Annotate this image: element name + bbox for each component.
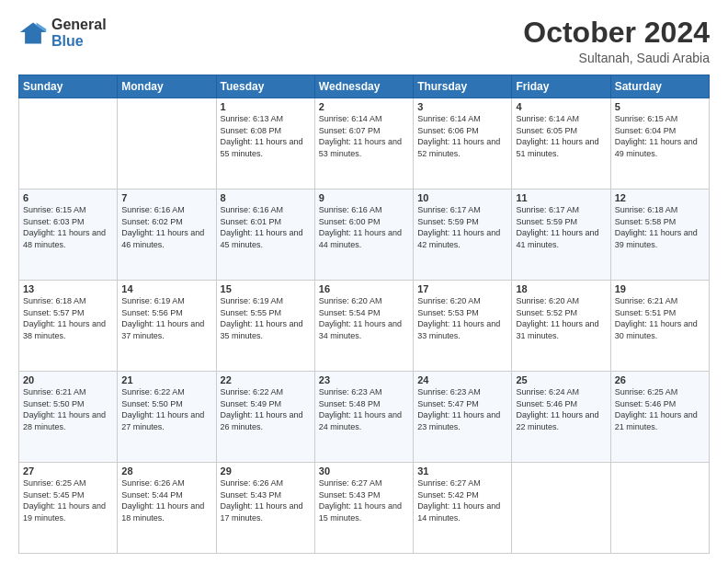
location: Sultanah, Saudi Arabia [523,51,710,65]
day-number: 5 [615,101,705,112]
day-number: 3 [417,101,507,112]
logo: General Blue [18,17,107,49]
day-detail: Sunrise: 6:16 AMSunset: 6:00 PMDaylight:… [319,204,409,250]
table-row: 5Sunrise: 6:15 AMSunset: 6:04 PMDaylight… [610,98,709,190]
day-number: 2 [319,101,409,112]
table-row: 10Sunrise: 6:17 AMSunset: 5:59 PMDayligh… [414,190,512,281]
table-row: 12Sunrise: 6:18 AMSunset: 5:58 PMDayligh… [610,190,709,281]
table-row: 9Sunrise: 6:16 AMSunset: 6:00 PMDaylight… [314,190,413,281]
day-number: 17 [417,283,507,294]
table-row: 3Sunrise: 6:14 AMSunset: 6:06 PMDaylight… [414,98,512,190]
table-row: 25Sunrise: 6:24 AMSunset: 5:46 PMDayligh… [512,372,610,463]
day-detail: Sunrise: 6:21 AMSunset: 5:51 PMDaylight:… [615,295,705,341]
calendar-week-row: 20Sunrise: 6:21 AMSunset: 5:50 PMDayligh… [19,372,710,463]
calendar-week-row: 27Sunrise: 6:25 AMSunset: 5:45 PMDayligh… [19,463,710,554]
day-number: 18 [516,283,606,294]
day-number: 15 [221,283,311,294]
table-row: 18Sunrise: 6:20 AMSunset: 5:52 PMDayligh… [512,281,610,372]
table-row: 30Sunrise: 6:27 AMSunset: 5:43 PMDayligh… [314,463,413,554]
day-detail: Sunrise: 6:25 AMSunset: 5:45 PMDaylight:… [23,477,113,523]
table-row [19,98,118,190]
table-row: 24Sunrise: 6:23 AMSunset: 5:47 PMDayligh… [414,372,512,463]
calendar-header-row: Sunday Monday Tuesday Wednesday Thursday… [19,75,710,98]
day-detail: Sunrise: 6:23 AMSunset: 5:48 PMDaylight:… [319,386,409,432]
day-detail: Sunrise: 6:14 AMSunset: 6:07 PMDaylight:… [319,113,409,159]
day-number: 20 [23,374,113,385]
day-detail: Sunrise: 6:14 AMSunset: 6:06 PMDaylight:… [417,113,507,159]
table-row: 29Sunrise: 6:26 AMSunset: 5:43 PMDayligh… [216,463,314,554]
table-row: 4Sunrise: 6:14 AMSunset: 6:05 PMDaylight… [512,98,610,190]
logo-icon [18,20,48,46]
table-row: 31Sunrise: 6:27 AMSunset: 5:42 PMDayligh… [414,463,512,554]
table-row: 21Sunrise: 6:22 AMSunset: 5:50 PMDayligh… [118,372,216,463]
svg-marker-0 [20,22,46,43]
title-block: October 2024 Sultanah, Saudi Arabia [523,17,710,65]
day-number: 28 [121,465,211,477]
day-number: 6 [23,192,113,203]
day-detail: Sunrise: 6:21 AMSunset: 5:50 PMDaylight:… [23,386,113,432]
calendar-page: General Blue October 2024 Sultanah, Saud… [0,0,728,563]
day-detail: Sunrise: 6:20 AMSunset: 5:54 PMDaylight:… [319,295,409,341]
col-tuesday: Tuesday [216,75,314,98]
table-row: 13Sunrise: 6:18 AMSunset: 5:57 PMDayligh… [19,281,118,372]
col-sunday: Sunday [19,75,118,98]
table-row: 8Sunrise: 6:16 AMSunset: 6:01 PMDaylight… [216,190,314,281]
logo-general-text: General [51,17,107,33]
table-row [610,463,709,554]
day-number: 4 [516,101,606,112]
day-number: 12 [615,192,705,203]
day-detail: Sunrise: 6:27 AMSunset: 5:43 PMDaylight:… [319,477,409,523]
table-row [118,98,216,190]
day-number: 26 [615,374,705,385]
calendar-table: Sunday Monday Tuesday Wednesday Thursday… [18,75,710,554]
calendar-week-row: 13Sunrise: 6:18 AMSunset: 5:57 PMDayligh… [19,281,710,372]
day-detail: Sunrise: 6:22 AMSunset: 5:50 PMDaylight:… [121,386,211,432]
table-row: 20Sunrise: 6:21 AMSunset: 5:50 PMDayligh… [19,372,118,463]
day-number: 30 [319,465,409,477]
table-row: 6Sunrise: 6:15 AMSunset: 6:03 PMDaylight… [19,190,118,281]
day-number: 9 [319,192,409,203]
day-detail: Sunrise: 6:13 AMSunset: 6:08 PMDaylight:… [221,113,311,159]
day-detail: Sunrise: 6:22 AMSunset: 5:49 PMDaylight:… [221,386,311,432]
calendar-week-row: 1Sunrise: 6:13 AMSunset: 6:08 PMDaylight… [19,98,710,190]
day-number: 10 [417,192,507,203]
table-row: 15Sunrise: 6:19 AMSunset: 5:55 PMDayligh… [216,281,314,372]
col-saturday: Saturday [610,75,709,98]
day-detail: Sunrise: 6:17 AMSunset: 5:59 PMDaylight:… [516,204,606,250]
day-detail: Sunrise: 6:26 AMSunset: 5:44 PMDaylight:… [121,477,211,523]
logo-text: General Blue [51,17,107,49]
day-number: 31 [417,465,507,477]
day-number: 1 [221,101,311,112]
day-number: 16 [319,283,409,294]
col-monday: Monday [118,75,216,98]
day-detail: Sunrise: 6:15 AMSunset: 6:03 PMDaylight:… [23,204,113,250]
table-row: 11Sunrise: 6:17 AMSunset: 5:59 PMDayligh… [512,190,610,281]
day-detail: Sunrise: 6:16 AMSunset: 6:01 PMDaylight:… [221,204,311,250]
day-detail: Sunrise: 6:20 AMSunset: 5:52 PMDaylight:… [516,295,606,341]
day-detail: Sunrise: 6:18 AMSunset: 5:57 PMDaylight:… [23,295,113,341]
day-number: 14 [121,283,211,294]
day-number: 7 [121,192,211,203]
day-number: 25 [516,374,606,385]
day-detail: Sunrise: 6:16 AMSunset: 6:02 PMDaylight:… [121,204,211,250]
day-number: 19 [615,283,705,294]
header: General Blue October 2024 Sultanah, Saud… [18,17,710,65]
table-row: 26Sunrise: 6:25 AMSunset: 5:46 PMDayligh… [610,372,709,463]
day-detail: Sunrise: 6:14 AMSunset: 6:05 PMDaylight:… [516,113,606,159]
day-detail: Sunrise: 6:20 AMSunset: 5:53 PMDaylight:… [417,295,507,341]
day-detail: Sunrise: 6:15 AMSunset: 6:04 PMDaylight:… [615,113,705,159]
table-row: 16Sunrise: 6:20 AMSunset: 5:54 PMDayligh… [314,281,413,372]
day-number: 29 [221,465,311,477]
table-row: 27Sunrise: 6:25 AMSunset: 5:45 PMDayligh… [19,463,118,554]
day-detail: Sunrise: 6:25 AMSunset: 5:46 PMDaylight:… [615,386,705,432]
day-detail: Sunrise: 6:26 AMSunset: 5:43 PMDaylight:… [221,477,311,523]
day-detail: Sunrise: 6:23 AMSunset: 5:47 PMDaylight:… [417,386,507,432]
table-row: 17Sunrise: 6:20 AMSunset: 5:53 PMDayligh… [414,281,512,372]
col-thursday: Thursday [414,75,512,98]
col-friday: Friday [512,75,610,98]
day-number: 23 [319,374,409,385]
calendar-week-row: 6Sunrise: 6:15 AMSunset: 6:03 PMDaylight… [19,190,710,281]
month-year: October 2024 [523,17,710,49]
day-detail: Sunrise: 6:19 AMSunset: 5:55 PMDaylight:… [221,295,311,341]
table-row: 22Sunrise: 6:22 AMSunset: 5:49 PMDayligh… [216,372,314,463]
